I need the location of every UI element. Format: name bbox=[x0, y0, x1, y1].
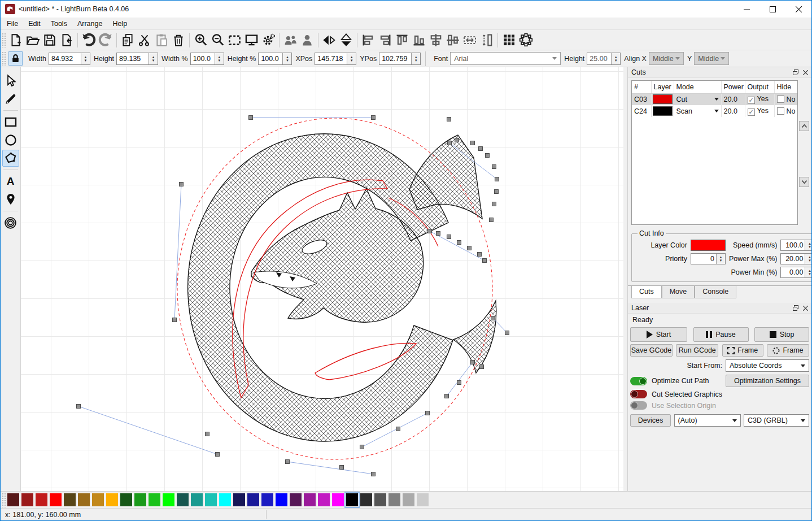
col-num[interactable]: # bbox=[632, 81, 651, 93]
output-checkbox[interactable]: ✓ bbox=[748, 108, 755, 116]
flip-vertical-button[interactable] bbox=[338, 32, 355, 49]
open-file-button[interactable] bbox=[24, 32, 41, 49]
font-combo[interactable]: Arial bbox=[450, 52, 561, 65]
path-node[interactable] bbox=[492, 202, 496, 206]
width-pct-spinner[interactable]: ▲▼ bbox=[215, 53, 224, 64]
palette-swatch-26[interactable] bbox=[374, 493, 386, 506]
canvas[interactable] bbox=[21, 67, 623, 491]
settings-button[interactable] bbox=[260, 32, 277, 49]
frame-selection-button[interactable] bbox=[226, 32, 243, 49]
height-pct-spinner[interactable]: ▲▼ bbox=[282, 53, 291, 64]
col-hide[interactable]: Hide bbox=[774, 81, 798, 93]
ungroup-button[interactable] bbox=[299, 32, 316, 49]
path-node[interactable] bbox=[173, 318, 177, 322]
align-bottom-button[interactable] bbox=[411, 32, 427, 49]
path-node[interactable] bbox=[478, 253, 482, 257]
palette-swatch-9[interactable] bbox=[134, 493, 146, 506]
palette-swatch-10[interactable] bbox=[149, 493, 160, 506]
save-gcode-button[interactable]: Save GCode bbox=[630, 344, 673, 357]
height-input[interactable] bbox=[117, 53, 149, 64]
power-max-spinner[interactable]: ▲▼ bbox=[805, 254, 812, 264]
frame-rect-button[interactable]: Frame bbox=[722, 344, 763, 357]
palette-swatch-12[interactable] bbox=[177, 493, 189, 506]
palette-swatch-13[interactable] bbox=[191, 493, 203, 506]
align-left-button[interactable] bbox=[360, 32, 377, 49]
path-node[interactable] bbox=[216, 453, 220, 457]
pause-button[interactable]: Pause bbox=[693, 327, 749, 342]
start-from-dropdown[interactable]: Absolute Coords bbox=[726, 359, 809, 372]
cut-layer-row[interactable]: C24 Scan 20.0 ✓Yes No bbox=[632, 105, 798, 117]
power-max-spinbox[interactable]: 20.00▲▼ bbox=[780, 253, 812, 264]
layer-move-down-button[interactable] bbox=[799, 177, 809, 187]
text-height-input[interactable] bbox=[587, 53, 611, 64]
tab-cuts[interactable]: Cuts bbox=[631, 286, 662, 298]
path-node[interactable] bbox=[372, 116, 376, 120]
path-node[interactable] bbox=[480, 365, 484, 369]
panel-splitter[interactable] bbox=[623, 67, 627, 491]
path-node[interactable] bbox=[505, 331, 509, 335]
ypos-spinner[interactable]: ▲▼ bbox=[411, 53, 420, 64]
align-x-combo[interactable]: Middle bbox=[649, 52, 684, 65]
palette-swatch-11[interactable] bbox=[163, 493, 174, 506]
path-node[interactable] bbox=[468, 246, 472, 250]
menu-arrange[interactable]: Arrange bbox=[72, 18, 107, 29]
mode-dropdown[interactable]: Cut bbox=[676, 95, 719, 103]
propbar-grip[interactable] bbox=[2, 51, 6, 66]
path-node[interactable] bbox=[471, 361, 475, 364]
path-node[interactable] bbox=[426, 411, 430, 415]
same-width-button[interactable] bbox=[461, 32, 478, 49]
circular-array-button[interactable] bbox=[517, 32, 534, 49]
new-file-button[interactable] bbox=[7, 32, 24, 49]
palette-swatch-25[interactable] bbox=[360, 493, 372, 506]
palette-swatch-2[interactable] bbox=[36, 493, 47, 506]
height-pct-input[interactable] bbox=[259, 53, 282, 64]
rectangle-tool[interactable] bbox=[2, 114, 19, 131]
height-spinner[interactable]: ▲▼ bbox=[149, 53, 158, 64]
cut-selected-graphics-toggle[interactable] bbox=[630, 390, 647, 398]
menu-help[interactable]: Help bbox=[107, 18, 132, 29]
close-button[interactable] bbox=[785, 1, 811, 18]
use-selection-origin-toggle[interactable] bbox=[630, 401, 647, 410]
width-spinbox[interactable]: ▲▼ bbox=[49, 53, 90, 65]
palette-swatch-15[interactable] bbox=[219, 493, 231, 506]
col-output[interactable]: Output bbox=[745, 81, 774, 93]
menu-edit[interactable]: Edit bbox=[23, 18, 46, 29]
palette-swatch-18[interactable] bbox=[261, 493, 273, 506]
palette-swatch-6[interactable] bbox=[92, 493, 104, 506]
layer-move-up-button[interactable] bbox=[799, 121, 809, 131]
palette-swatch-23[interactable] bbox=[332, 493, 344, 506]
frame-circle-button[interactable]: Frame bbox=[767, 344, 809, 357]
close-panel-icon[interactable] bbox=[803, 306, 808, 311]
align-top-button[interactable] bbox=[394, 32, 411, 49]
height-pct-spinbox[interactable]: ▲▼ bbox=[258, 53, 292, 65]
ypos-spinbox[interactable]: ▲▼ bbox=[379, 53, 421, 65]
col-layer[interactable]: Layer bbox=[651, 81, 674, 93]
path-node[interactable] bbox=[447, 235, 451, 239]
group-button[interactable] bbox=[282, 32, 299, 49]
path-node[interactable] bbox=[448, 141, 452, 145]
preview-button[interactable] bbox=[243, 32, 260, 49]
paste-button[interactable] bbox=[153, 32, 170, 49]
align-hcenter-button[interactable] bbox=[427, 32, 444, 49]
palette-swatch-17[interactable] bbox=[247, 493, 259, 506]
output-checkbox[interactable]: ✓ bbox=[748, 97, 755, 104]
hide-checkbox[interactable] bbox=[777, 95, 784, 103]
float-panel-icon[interactable] bbox=[793, 70, 798, 75]
path-node[interactable] bbox=[372, 472, 376, 476]
power-min-spinbox[interactable]: 0.00▲▼ bbox=[780, 267, 812, 278]
mode-dropdown[interactable]: Scan bbox=[676, 107, 719, 115]
speed-spinbox[interactable]: 100.0▲▼ bbox=[780, 240, 812, 251]
height-spinbox[interactable]: ▲▼ bbox=[116, 53, 158, 65]
priority-spinner[interactable]: ▲▼ bbox=[716, 254, 725, 264]
width-spinner[interactable]: ▲▼ bbox=[81, 53, 90, 64]
palette-swatch-16[interactable] bbox=[233, 493, 245, 506]
save-button[interactable] bbox=[41, 32, 58, 49]
grid-array-button[interactable] bbox=[500, 32, 517, 49]
path-node[interactable] bbox=[455, 138, 459, 142]
palette-swatch-20[interactable] bbox=[290, 493, 302, 506]
palette-swatch-7[interactable] bbox=[106, 493, 118, 506]
path-node[interactable] bbox=[457, 381, 461, 385]
minimize-button[interactable] bbox=[734, 1, 759, 18]
align-y-combo[interactable]: Middle bbox=[694, 52, 729, 65]
col-power[interactable]: Power bbox=[721, 81, 745, 93]
